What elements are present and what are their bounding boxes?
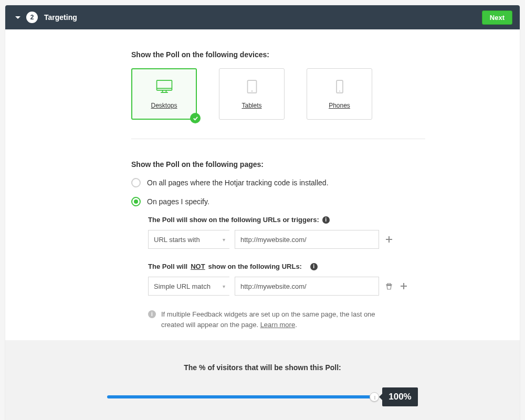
device-label: Desktops (151, 102, 177, 109)
device-card-phones[interactable]: Phones (307, 68, 372, 120)
devices-heading: Show the Poll on the following devices: (131, 50, 425, 59)
caret-down-icon: ▾ (223, 284, 225, 289)
include-url-row: URL starts with ▾ (148, 230, 425, 249)
radio-label: On all pages where the Hotjar tracking c… (147, 178, 329, 187)
info-icon: i (148, 310, 156, 318)
percentage-value: 100% (382, 387, 417, 406)
caret-down-icon: ▾ (223, 237, 225, 243)
step-title: Targeting (44, 13, 482, 22)
multi-widget-note: i If multiple Feedback widgets are set u… (148, 309, 390, 330)
exclude-url-row: Simple URL match ▾ (148, 277, 425, 296)
check-badge-icon (190, 113, 201, 123)
percentage-slider[interactable]: || (107, 395, 375, 398)
include-urls-heading: The Poll will show on the following URLs… (148, 216, 425, 224)
device-label: Tablets (242, 102, 261, 109)
radio-all-pages[interactable]: On all pages where the Hotjar tracking c… (131, 178, 425, 187)
step-header: 2 Targeting Next (5, 5, 520, 29)
radio-specific-pages[interactable]: On pages I specify. (131, 197, 425, 206)
url-input[interactable] (235, 277, 379, 296)
match-type-select[interactable]: URL starts with ▾ (148, 230, 229, 249)
device-options-row: Desktops Tablets (131, 68, 425, 139)
add-url-button[interactable] (399, 281, 408, 291)
percentage-section: The % of visitors that will be shown thi… (5, 340, 520, 420)
slider-thumb[interactable]: || (370, 392, 379, 402)
next-button[interactable]: Next (482, 10, 512, 25)
match-type-select[interactable]: Simple URL match ▾ (148, 277, 229, 296)
radio-label: On pages I specify. (147, 197, 209, 206)
device-label: Phones (329, 102, 350, 109)
device-card-tablets[interactable]: Tablets (219, 68, 285, 120)
exclude-urls-heading: The Poll will NOT show on the following … (148, 262, 425, 270)
learn-more-link[interactable]: Learn more (260, 321, 295, 329)
svg-point-8 (339, 90, 340, 91)
step-number-badge: 2 (26, 12, 38, 23)
tablet-icon (243, 79, 261, 94)
collapse-toggle[interactable] (13, 15, 23, 20)
device-card-desktops[interactable]: Desktops (131, 68, 197, 120)
add-url-button[interactable] (384, 235, 394, 244)
percentage-heading: The % of visitors that will be shown thi… (21, 363, 504, 372)
info-icon[interactable]: i (310, 263, 318, 270)
info-icon[interactable]: i (322, 216, 330, 224)
pages-heading: Show the Poll on the following pages: (131, 160, 425, 169)
svg-point-6 (251, 90, 253, 92)
desktop-icon (155, 79, 173, 94)
radio-icon[interactable] (131, 178, 141, 187)
delete-url-button[interactable] (384, 281, 394, 291)
radio-icon[interactable] (131, 197, 141, 206)
url-input[interactable] (235, 230, 379, 249)
phone-icon (331, 79, 349, 94)
